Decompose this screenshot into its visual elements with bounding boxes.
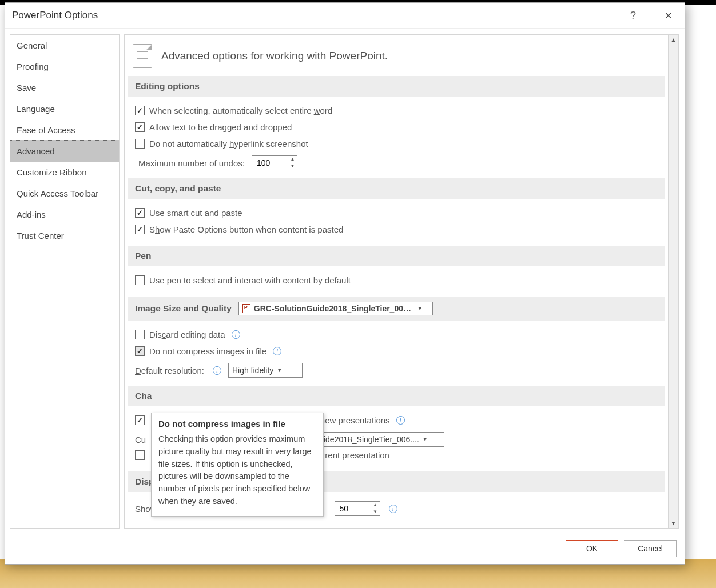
- checkbox-do-not-compress[interactable]: [135, 346, 145, 356]
- label-smart-cut-paste: Use smart cut and paste: [149, 208, 242, 218]
- spinner-up-icon[interactable]: ▲: [288, 156, 297, 163]
- dialog-footer: OK Cancel: [5, 534, 685, 564]
- checkbox-select-entire-word[interactable]: [135, 106, 145, 115]
- dropdown-resolution-value: High fidelity: [232, 366, 273, 375]
- sidebar-item-save[interactable]: Save: [10, 77, 119, 98]
- sidebar-item-advanced[interactable]: Advanced: [10, 140, 120, 162]
- dropdown-default-resolution[interactable]: High fidelity ▼: [228, 363, 303, 378]
- spinner-down-icon[interactable]: ▼: [288, 163, 297, 170]
- checkbox-chart-datapoint[interactable]: [135, 450, 145, 460]
- dropdown-image-scope-value: GRC-SolutionGuide2018_SingleTier_006....: [254, 304, 414, 313]
- label-discard-editing-data: Discard editing data: [149, 330, 225, 339]
- label-default-resolution: Default resolution:: [135, 366, 204, 375]
- tooltip-body: Checking this option provides maximum pi…: [158, 433, 316, 508]
- sidebar-item-quick-access-toolbar[interactable]: Quick Access Toolbar: [10, 183, 119, 204]
- sidebar-item-trust-center[interactable]: Trust Center: [10, 225, 119, 246]
- checkbox-smart-cut-paste[interactable]: [135, 208, 145, 218]
- section-header-image-size: Image Size and Quality GRC-SolutionGuide…: [128, 297, 665, 321]
- label-show-paste-options: Show Paste Options button when content i…: [149, 225, 343, 234]
- category-sidebar: General Proofing Save Language Ease of A…: [10, 34, 120, 529]
- label-select-entire-word: When selecting, automatically select ent…: [149, 106, 332, 115]
- sidebar-item-ease-of-access[interactable]: Ease of Access: [10, 119, 119, 141]
- label-max-undos: Maximum number of undos:: [138, 158, 245, 168]
- checkbox-hyperlink-screenshot[interactable]: [135, 139, 145, 149]
- advanced-header-icon: [133, 44, 152, 68]
- ok-button[interactable]: OK: [566, 540, 618, 557]
- tooltip-title: Do not compress images in file: [158, 419, 316, 429]
- label-current-prefix: Cu: [135, 435, 146, 445]
- section-title-image-size: Image Size and Quality: [135, 303, 232, 314]
- titlebar: PowerPoint Options ? ✕: [5, 3, 685, 29]
- info-icon[interactable]: i: [213, 366, 221, 375]
- label-chart-properties-suffix: ll new presentations: [314, 415, 390, 425]
- window-title: PowerPoint Options: [12, 10, 98, 21]
- sidebar-item-label: Save: [17, 83, 36, 93]
- label-hyperlink-screenshot: Do not automatically hyperlink screensho…: [149, 139, 308, 149]
- sidebar-item-add-ins[interactable]: Add-ins: [10, 204, 119, 225]
- label-do-not-compress: Do not compress images in file: [149, 346, 266, 356]
- sidebar-item-label: Add-ins: [17, 210, 46, 219]
- panel-heading: Advanced options for working with PowerP…: [161, 50, 388, 62]
- chevron-down-icon: ▼: [277, 367, 282, 373]
- sidebar-item-language[interactable]: Language: [10, 98, 119, 119]
- checkbox-chart-properties[interactable]: [135, 415, 145, 425]
- dropdown-chart-file-value: uide2018_SingleTier_006....: [319, 435, 419, 444]
- sidebar-item-label: Ease of Access: [17, 125, 75, 135]
- section-header-pen: Pen: [128, 246, 665, 266]
- options-panel: Advanced options for working with PowerP…: [124, 34, 679, 529]
- label-drag-and-drop: Allow text to be dragged and dropped: [149, 122, 292, 132]
- sidebar-item-label: Customize Ribbon: [17, 167, 87, 177]
- input-recent-presentations[interactable]: [335, 502, 371, 515]
- input-max-undos[interactable]: [252, 156, 288, 170]
- powerpoint-file-icon: [242, 304, 250, 313]
- checkbox-discard-editing-data[interactable]: [135, 330, 145, 339]
- label-pen-select: Use pen to select and interact with cont…: [149, 275, 351, 285]
- scroll-down-icon[interactable]: ▼: [671, 520, 677, 526]
- info-icon[interactable]: i: [389, 505, 397, 513]
- sidebar-item-label: Advanced: [17, 146, 55, 156]
- sidebar-item-label: General: [17, 41, 47, 50]
- section-header-editing: Editing options: [128, 76, 665, 97]
- sidebar-item-proofing[interactable]: Proofing: [10, 56, 119, 77]
- vertical-scrollbar[interactable]: ▲ ▼: [668, 35, 678, 528]
- label-chart-datapoint-suffix: urrent presentation: [317, 450, 389, 460]
- spinner-up-icon[interactable]: ▲: [371, 502, 380, 509]
- spinner-max-undos[interactable]: ▲▼: [252, 155, 297, 170]
- spinner-recent-presentations[interactable]: ▲▼: [335, 501, 380, 516]
- info-icon[interactable]: i: [232, 330, 240, 339]
- dropdown-image-scope[interactable]: GRC-SolutionGuide2018_SingleTier_006....…: [238, 302, 433, 315]
- sidebar-item-general[interactable]: General: [10, 35, 119, 56]
- section-header-cutcopy: Cut, copy, and paste: [128, 178, 665, 199]
- options-dialog: PowerPoint Options ? ✕ General Proofing …: [5, 2, 685, 565]
- sidebar-item-label: Proofing: [17, 62, 49, 71]
- chevron-down-icon: ▼: [417, 306, 423, 311]
- sidebar-item-customize-ribbon[interactable]: Customize Ribbon: [10, 162, 119, 183]
- checkbox-pen-select[interactable]: [135, 275, 145, 285]
- cancel-button[interactable]: Cancel: [624, 540, 677, 557]
- sidebar-item-label: Trust Center: [17, 231, 64, 241]
- section-header-chart: Cha: [128, 386, 665, 406]
- spinner-down-icon[interactable]: ▼: [371, 509, 380, 515]
- help-button[interactable]: ?: [623, 7, 643, 24]
- sidebar-item-label: Quick Access Toolbar: [17, 189, 98, 198]
- close-button[interactable]: ✕: [655, 6, 681, 26]
- chevron-down-icon: ▼: [423, 437, 428, 442]
- checkbox-drag-and-drop[interactable]: [135, 122, 145, 132]
- tooltip-do-not-compress: Do not compress images in file Checking …: [151, 413, 324, 517]
- scroll-up-icon[interactable]: ▲: [671, 37, 677, 43]
- checkbox-show-paste-options[interactable]: [135, 225, 145, 234]
- info-icon[interactable]: i: [396, 416, 405, 425]
- dropdown-chart-current-file[interactable]: uide2018_SingleTier_006.... ▼: [315, 432, 444, 447]
- info-icon[interactable]: i: [273, 347, 281, 355]
- sidebar-item-label: Language: [17, 104, 55, 114]
